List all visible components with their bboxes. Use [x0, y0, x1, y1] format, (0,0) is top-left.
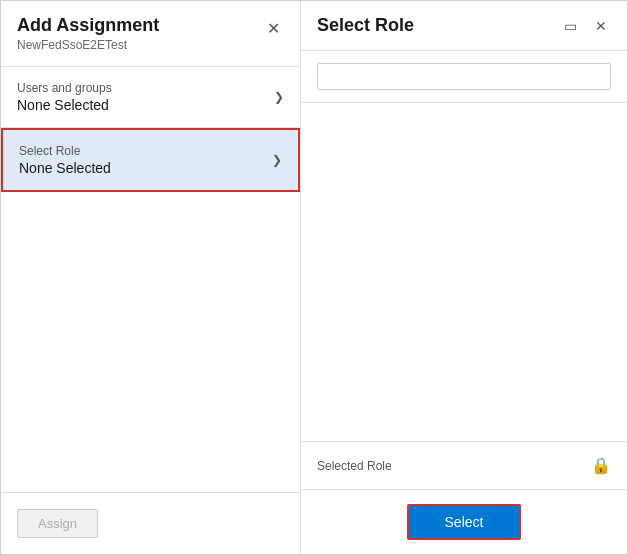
- left-panel: Add Assignment NewFedSsoE2ETest ✕ Users …: [1, 1, 301, 554]
- assign-button[interactable]: Assign: [17, 509, 98, 538]
- select-role-chevron-icon: ❯: [272, 153, 282, 167]
- selected-role-label: Selected Role: [317, 459, 392, 473]
- app-subtitle: NewFedSsoE2ETest: [17, 38, 159, 52]
- right-panel-header: Select Role ▭ ✕: [301, 1, 627, 51]
- users-groups-label: Users and groups: [17, 81, 112, 95]
- select-role-title: Select Role: [317, 15, 414, 36]
- users-groups-row[interactable]: Users and groups None Selected ❯: [1, 67, 300, 128]
- users-groups-chevron-icon: ❯: [274, 90, 284, 104]
- add-assignment-title: Add Assignment: [17, 15, 159, 36]
- roles-list: [301, 103, 627, 442]
- main-container: Add Assignment NewFedSsoE2ETest ✕ Users …: [0, 0, 628, 555]
- lock-icon: 🔒: [591, 456, 611, 475]
- select-role-label: Select Role: [19, 144, 111, 158]
- right-panel-close-button[interactable]: ✕: [591, 16, 611, 36]
- select-role-value: None Selected: [19, 160, 111, 176]
- minimize-button[interactable]: ▭: [560, 16, 581, 36]
- search-area: 🔍: [301, 51, 627, 103]
- selected-role-area: Selected Role 🔒: [301, 442, 627, 490]
- search-input[interactable]: [317, 63, 611, 90]
- left-panel-close-button[interactable]: ✕: [263, 17, 284, 40]
- select-role-row[interactable]: Select Role None Selected ❯: [1, 128, 300, 192]
- right-footer: Select: [301, 490, 627, 554]
- left-panel-header: Add Assignment NewFedSsoE2ETest ✕: [1, 1, 300, 67]
- left-panel-spacer: [1, 192, 300, 492]
- search-wrapper: 🔍: [317, 63, 611, 90]
- right-panel: Select Role ▭ ✕ 🔍 Selected Role 🔒 Select: [301, 1, 627, 554]
- right-panel-icons: ▭ ✕: [560, 16, 611, 36]
- select-button[interactable]: Select: [407, 504, 522, 540]
- users-groups-value: None Selected: [17, 97, 112, 113]
- left-footer: Assign: [1, 492, 300, 554]
